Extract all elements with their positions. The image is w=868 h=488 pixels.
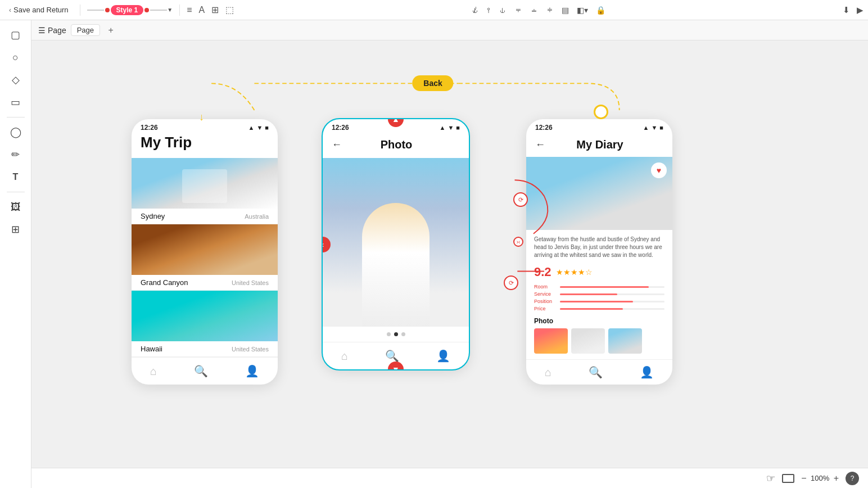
back-label-button[interactable]: Back xyxy=(412,75,453,91)
pen-icon[interactable]: ✏ xyxy=(6,144,26,165)
grid-icon[interactable]: ⊞ xyxy=(211,4,219,15)
canyon-image xyxy=(132,224,278,275)
dot-1[interactable] xyxy=(387,332,391,336)
table-icon[interactable]: ⊞ xyxy=(6,219,26,240)
preview-mode-icon[interactable] xyxy=(782,474,794,483)
service-bar-bg xyxy=(560,293,664,295)
phone1-header: My Trip xyxy=(132,134,278,158)
sidebar-tools: ▢ ○ ◇ ▭ xyxy=(6,25,26,112)
sydney-info: Sydney Australia xyxy=(132,209,278,224)
zoom-in-button[interactable]: + xyxy=(834,473,839,484)
conn-dot-link-1[interactable]: ⟳ xyxy=(513,192,528,207)
page-menu[interactable]: ☰ Page xyxy=(38,26,66,35)
diary-description: Getaway from the hustle and bustle of Sy… xyxy=(534,236,664,259)
phone2-header: ← Photo xyxy=(323,134,469,158)
menu-icon: ☰ xyxy=(38,26,46,35)
hawaii-image xyxy=(132,291,278,341)
image-icon[interactable]: 🖼 xyxy=(6,197,26,217)
style-wrapper: Style 1 ▼ xyxy=(87,5,173,15)
handle-br[interactable] xyxy=(466,367,469,369)
help-button[interactable]: ? xyxy=(846,472,859,485)
text-icon[interactable]: A xyxy=(199,5,205,15)
text-tool-icon[interactable]: T xyxy=(6,167,26,187)
align-center-v-icon[interactable]: ⫯ xyxy=(487,6,491,15)
nav-profile-icon-p3[interactable]: 👤 xyxy=(640,365,654,379)
distribute-v-icon[interactable]: ⫨ xyxy=(530,6,538,15)
diamond-tool-icon[interactable]: ◇ xyxy=(6,70,26,90)
phone2-back-icon[interactable]: ← xyxy=(332,139,342,151)
trip-item-sydney[interactable]: Sydney Australia xyxy=(132,158,278,224)
phone-photo: ▲ ▼ ‹ 12:26 ▲▼■ ← Photo xyxy=(323,119,469,369)
diary-photos-section: Photo xyxy=(526,317,672,359)
dot-3[interactable] xyxy=(401,332,405,336)
style-dot-left xyxy=(105,8,110,12)
format-icons: ≡ A ⊞ ⬚ xyxy=(187,4,234,15)
service-bar-fill xyxy=(560,293,617,295)
line-after xyxy=(150,10,167,11)
bottom-bar: ☞ − 100% + ? xyxy=(31,468,868,488)
arrow-down-yellow: ↓ xyxy=(199,111,204,123)
room-bar-fill xyxy=(560,286,649,288)
price-bar-bg xyxy=(560,308,664,310)
trip-item-grand-canyon[interactable]: Grand Canyon United States xyxy=(132,224,278,291)
nav-profile-icon-p1[interactable]: 👤 xyxy=(245,364,259,378)
frame-icon[interactable]: ⬚ xyxy=(225,4,234,15)
dot-2[interactable] xyxy=(394,332,398,336)
save-return-button[interactable]: ‹ Save and Return xyxy=(4,4,73,16)
handle-tl[interactable] xyxy=(323,119,326,122)
conn-dot-yellow-1[interactable] xyxy=(594,105,608,119)
distribute-h-icon[interactable]: ⫧ xyxy=(514,6,522,15)
diary-thumb-2[interactable] xyxy=(571,328,605,354)
margin-icon[interactable]: ▤ xyxy=(562,6,569,15)
download-icon[interactable]: ⬇ xyxy=(843,5,850,15)
circle-2-icon[interactable]: ◯ xyxy=(6,122,26,142)
nav-search-icon-p1[interactable]: 🔍 xyxy=(194,364,208,378)
diary-thumb-1[interactable] xyxy=(534,328,568,354)
handle-tr[interactable] xyxy=(466,119,469,122)
align-left-icon[interactable]: ⫝̸ xyxy=(471,6,479,15)
style-dropdown-icon[interactable]: ▼ xyxy=(167,7,173,13)
distribute-icon2[interactable]: ⫩ xyxy=(546,6,554,15)
play-icon[interactable]: ▶ xyxy=(857,5,864,15)
trip-item-hawaii[interactable]: Hawaii United States xyxy=(132,291,278,357)
add-page-button[interactable]: + xyxy=(105,24,117,37)
diary-thumb-3[interactable] xyxy=(608,328,642,354)
nav-home-icon-p2[interactable]: ⌂ xyxy=(341,350,348,363)
diary-content: Getaway from the hustle and bustle of Sy… xyxy=(526,230,672,317)
phone3-back-icon[interactable]: ← xyxy=(535,139,545,151)
rating-number: 9.2 xyxy=(534,265,551,279)
rect-tool-icon[interactable]: ▭ xyxy=(6,92,26,112)
strikethrough-icon[interactable]: ≡ xyxy=(187,5,192,15)
phone3-nav: ⌂ 🔍 👤 xyxy=(526,359,672,385)
style-pill[interactable]: Style 1 xyxy=(111,5,144,15)
canvas-area[interactable]: Back ↓ 12:26 ▲ ▼ ■ My Trip Sydne xyxy=(31,40,868,468)
nav-home-icon-p1[interactable]: ⌂ xyxy=(150,365,157,378)
diary-rating: 9.2 ★★★★☆ xyxy=(534,265,664,279)
nav-search-icon-p3[interactable]: 🔍 xyxy=(589,365,603,379)
handle-bl[interactable] xyxy=(323,367,326,369)
diary-photos-row xyxy=(534,328,664,354)
phone3-status-bar: 12:26 ▲▼■ xyxy=(526,119,672,134)
car-overlay xyxy=(182,169,227,203)
select-icon[interactable]: ▢ xyxy=(6,25,26,45)
zoom-percentage[interactable]: 100% xyxy=(810,474,830,482)
cursor-tool-icon[interactable]: ☞ xyxy=(766,472,775,485)
hawaii-info: Hawaii United States xyxy=(132,341,278,357)
lock-icon[interactable]: 🔒 xyxy=(596,6,605,15)
zoom-controls: − 100% + xyxy=(801,473,839,484)
heart-button[interactable]: ♥ xyxy=(651,162,667,178)
zoom-out-button[interactable]: − xyxy=(801,473,806,484)
rating-row-room: Room xyxy=(534,284,664,290)
nav-home-icon-p3[interactable]: ⌂ xyxy=(545,366,551,379)
nav-profile-icon-p2[interactable]: 👤 xyxy=(436,349,450,363)
diary-img-inner xyxy=(526,157,672,230)
align-right-icon[interactable]: ⫝ xyxy=(499,6,507,15)
layers-icon[interactable]: ◧▾ xyxy=(577,6,588,15)
page-tab-1[interactable]: Page xyxy=(71,24,100,36)
photo-main-image xyxy=(323,158,469,327)
nav-search-icon-p2[interactable]: 🔍 xyxy=(385,349,399,363)
circle-tool-icon[interactable]: ○ xyxy=(6,47,26,67)
conn-dot-link-2[interactable]: ⟳ xyxy=(504,275,518,290)
conn-dot-arrow[interactable]: ›‹ xyxy=(513,237,523,247)
sidebar-tools-2: ◯ ✏ T xyxy=(6,122,26,187)
